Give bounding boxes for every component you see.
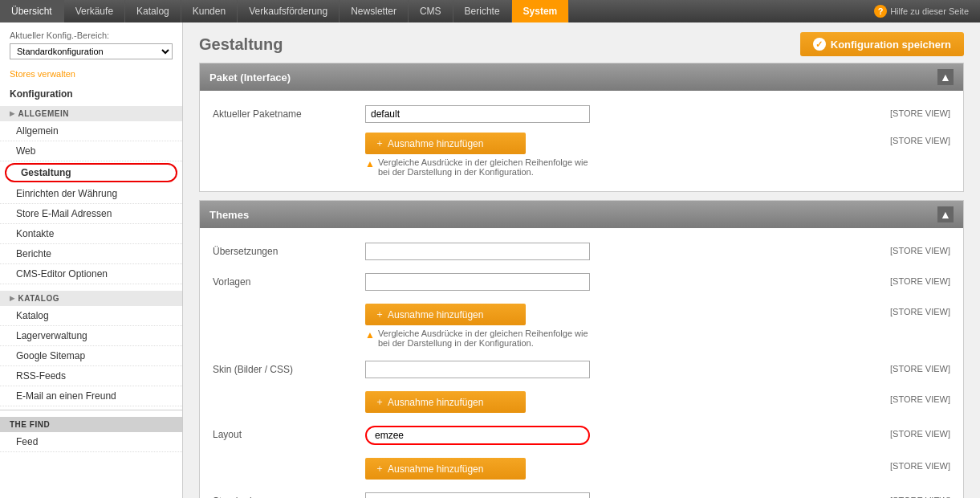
input-layout[interactable] bbox=[365, 426, 590, 445]
btn-add-exception-layout[interactable]: ＋ Ausnahme hinzufügen bbox=[365, 458, 526, 480]
label-standard: Standard bbox=[213, 492, 365, 498]
nav-help[interactable]: ? Hilfe zu dieser Seite bbox=[863, 0, 980, 22]
input-vorlagen[interactable] bbox=[365, 273, 590, 291]
input-standard[interactable] bbox=[365, 492, 590, 498]
sidebar-item-gestaltung[interactable]: Gestaltung bbox=[5, 163, 177, 182]
form-row-exception-paket: ＋ Ausnahme hinzufügen ▲ Vergleiche Ausdr… bbox=[200, 129, 963, 183]
sidebar-item-web[interactable]: Web bbox=[0, 141, 182, 161]
form-row-exception-skin: ＋ Ausnahme hinzufügen [STORE VIEW] bbox=[200, 385, 963, 419]
store-view-exception-layout: [STORE VIEW] bbox=[890, 458, 950, 471]
form-row-vorlagen: Vorlagen [STORE VIEW] bbox=[200, 267, 963, 297]
nav-verkaeufe[interactable]: Verkäufe bbox=[64, 0, 125, 22]
exception-label-layout: Ausnahme hinzufügen bbox=[388, 463, 483, 475]
allgemein-label: ALLGEMEIN bbox=[18, 109, 69, 118]
sidebar-group-the-find[interactable]: THE FIND bbox=[0, 417, 182, 432]
help-label: Hilfe zu dieser Seite bbox=[890, 6, 969, 16]
form-row-exception-layout: ＋ Ausnahme hinzufügen [STORE VIEW] bbox=[200, 451, 963, 486]
panel-themes-header: Themes ▲ bbox=[200, 201, 963, 228]
sidebar-item-katalog[interactable]: Katalog bbox=[0, 306, 182, 326]
input-skin[interactable] bbox=[365, 361, 590, 378]
sidebar-divider bbox=[0, 410, 182, 410]
help-icon: ? bbox=[874, 5, 887, 18]
plus-icon-vorlagen: ＋ bbox=[375, 308, 384, 321]
page-title: Gestaltung bbox=[199, 35, 283, 54]
config-select[interactable]: Standardkonfiguration bbox=[10, 43, 173, 59]
store-view-uebersetzungen: [STORE VIEW] bbox=[890, 243, 950, 255]
nav-katalog[interactable]: Katalog bbox=[125, 0, 181, 22]
sidebar-item-kontakte[interactable]: Kontakte bbox=[0, 224, 182, 244]
nav-system[interactable]: System bbox=[512, 0, 570, 22]
the-find-items: Feed bbox=[0, 432, 182, 452]
label-vorlagen: Vorlagen bbox=[213, 273, 365, 288]
sidebar-item-email-adressen[interactable]: Store E-Mail Adressen bbox=[0, 204, 182, 224]
store-view-vorlagen: [STORE VIEW] bbox=[890, 273, 950, 286]
sidebar-item-cms-editor[interactable]: CMS-Editor Optionen bbox=[0, 264, 182, 284]
sidebar-group-katalog[interactable]: ▶ KATALOG bbox=[0, 291, 182, 306]
sidebar-item-berichte[interactable]: Berichte bbox=[0, 244, 182, 264]
panel-paket-body: Aktueller Paketname [STORE VIEW] ＋ Ausna… bbox=[200, 91, 963, 191]
exception-label-paket: Ausnahme hinzufügen bbox=[388, 138, 483, 149]
panel-paket-title: Paket (Interface) bbox=[209, 71, 291, 84]
hint-vorlagen: ▲ Vergleiche Ausdrücke in der gleichen R… bbox=[365, 329, 590, 348]
nav-newsletter[interactable]: Newsletter bbox=[340, 0, 409, 22]
nav-cms[interactable]: CMS bbox=[409, 0, 453, 22]
label-exception-paket-empty bbox=[213, 133, 365, 136]
hint-icon-paket: ▲ bbox=[365, 158, 375, 169]
label-exception-layout-empty bbox=[213, 458, 365, 461]
plus-icon-layout: ＋ bbox=[375, 462, 384, 476]
sidebar-item-rss-feeds[interactable]: RSS-Feeds bbox=[0, 366, 182, 386]
panel-paket-collapse[interactable]: ▲ bbox=[937, 69, 954, 85]
control-exception-vorlagen: ＋ Ausnahme hinzufügen ▲ Vergleiche Ausdr… bbox=[365, 304, 882, 348]
label-paketname: Aktueller Paketname bbox=[213, 105, 365, 120]
sidebar-item-google-sitemap[interactable]: Google Sitemap bbox=[0, 346, 182, 366]
btn-add-exception-vorlagen[interactable]: ＋ Ausnahme hinzufügen bbox=[365, 304, 526, 325]
exception-label-skin: Ausnahme hinzufügen bbox=[388, 397, 483, 408]
sidebar-item-allgemein[interactable]: Allgemein bbox=[0, 121, 182, 141]
label-layout: Layout bbox=[213, 426, 365, 440]
label-skin: Skin (Bilder / CSS) bbox=[213, 361, 365, 375]
sidebar: Aktueller Konfig.-Bereich: Standardkonfi… bbox=[0, 22, 183, 498]
label-uebersetzungen: Übersetzungen bbox=[213, 243, 365, 257]
allgemein-arrow-icon: ▶ bbox=[10, 110, 15, 117]
control-exception-paket: ＋ Ausnahme hinzufügen ▲ Vergleiche Ausdr… bbox=[365, 133, 882, 177]
store-view-exception-skin: [STORE VIEW] bbox=[890, 391, 950, 404]
control-layout bbox=[365, 426, 882, 445]
label-exception-vorlagen-empty bbox=[213, 304, 365, 307]
sidebar-item-lagerverwaltung[interactable]: Lagerverwaltung bbox=[0, 326, 182, 346]
control-vorlagen bbox=[365, 273, 882, 291]
hint-icon-vorlagen: ▲ bbox=[365, 329, 375, 341]
stores-verwalten-link[interactable]: Stores verwalten bbox=[10, 69, 173, 79]
panel-themes-collapse[interactable]: ▲ bbox=[937, 206, 954, 222]
exception-label-vorlagen: Ausnahme hinzufügen bbox=[388, 309, 483, 320]
nav-verkaufsfoerderung[interactable]: Verkaufsförderung bbox=[238, 0, 340, 22]
hint-paket: ▲ Vergleiche Ausdrücke in der gleichen R… bbox=[365, 157, 590, 177]
btn-add-exception-paket[interactable]: ＋ Ausnahme hinzufügen bbox=[365, 133, 526, 154]
form-row-layout: Layout [STORE VIEW] bbox=[200, 419, 963, 451]
btn-add-exception-skin[interactable]: ＋ Ausnahme hinzufügen bbox=[365, 391, 526, 413]
sidebar-group-allgemein[interactable]: ▶ ALLGEMEIN bbox=[0, 106, 182, 121]
save-button[interactable]: ✓ Konfiguration speichern bbox=[800, 32, 964, 56]
form-row-standard: Standard [STORE VIEW] bbox=[200, 486, 963, 498]
katalog-items: Katalog Lagerverwaltung Google Sitemap R… bbox=[0, 306, 182, 406]
sidebar-item-email-freund[interactable]: E-Mail an einen Freund bbox=[0, 386, 182, 406]
label-exception-skin-empty bbox=[213, 391, 365, 394]
the-find-label: THE FIND bbox=[10, 420, 50, 429]
katalog-arrow-icon: ▶ bbox=[10, 295, 15, 302]
panel-themes-title: Themes bbox=[209, 209, 249, 221]
panel-themes-body: Übersetzungen [STORE VIEW] Vorlagen [STO… bbox=[200, 228, 963, 498]
input-uebersetzungen[interactable] bbox=[365, 243, 590, 260]
main-content: Gestaltung ✓ Konfiguration speichern Pak… bbox=[183, 22, 980, 498]
store-view-standard: [STORE VIEW] bbox=[890, 492, 950, 498]
form-row-paketname: Aktueller Paketname [STORE VIEW] bbox=[200, 99, 963, 129]
save-check-icon: ✓ bbox=[813, 38, 826, 51]
nav-berichte[interactable]: Berichte bbox=[453, 0, 512, 22]
sidebar-item-feed[interactable]: Feed bbox=[0, 432, 182, 452]
control-standard bbox=[365, 492, 882, 498]
sidebar-item-waehrung[interactable]: Einrichten der Währung bbox=[0, 184, 182, 204]
hint-text-vorlagen: Vergleiche Ausdrücke in der gleichen Rei… bbox=[378, 329, 590, 348]
input-paketname[interactable] bbox=[365, 105, 590, 123]
control-exception-layout: ＋ Ausnahme hinzufügen bbox=[365, 458, 882, 480]
nav-uebersicht[interactable]: Übersicht bbox=[0, 0, 64, 22]
form-row-exception-vorlagen: ＋ Ausnahme hinzufügen ▲ Vergleiche Ausdr… bbox=[200, 297, 963, 354]
nav-kunden[interactable]: Kunden bbox=[181, 0, 238, 22]
